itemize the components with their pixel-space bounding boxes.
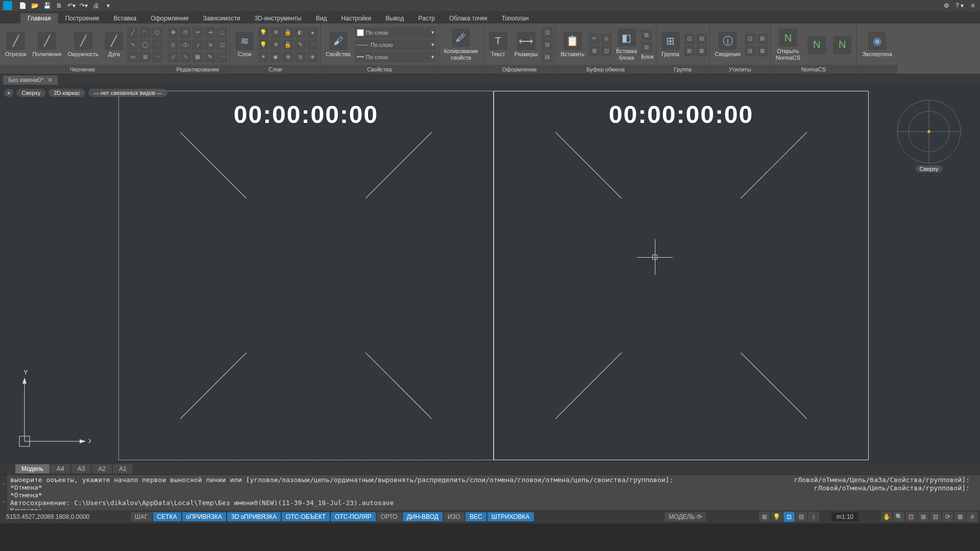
trim-icon[interactable]: ✂ xyxy=(192,27,203,38)
redo-icon[interactable]: ↷▾ xyxy=(80,2,88,10)
tool-icon[interactable]: ▭ xyxy=(127,52,138,63)
command-window[interactable]: ×▸ выоерите ооъекты, укажите начало перв… xyxy=(0,474,980,510)
layer-icon[interactable]: ❄ xyxy=(270,39,281,51)
text-button[interactable]: TТекст xyxy=(486,31,510,58)
undo-icon[interactable]: ↶▾ xyxy=(67,2,76,10)
app-logo-icon[interactable] xyxy=(3,1,12,10)
view-cube[interactable]: Сверху xyxy=(893,91,965,172)
layer-icon[interactable]: ☀ xyxy=(258,52,269,63)
cut-icon[interactable]: ✂ xyxy=(589,33,600,44)
normacs-open-button[interactable]: NОткрыть NormaCS xyxy=(773,28,803,61)
status-toggle[interactable]: ОТС-ОБЪЕКТ xyxy=(282,512,330,521)
open-icon[interactable]: 📂 xyxy=(31,2,39,10)
color-bylayer-dropdown[interactable]: По слою▾ xyxy=(355,27,436,38)
linetype-bylayer-dropdown[interactable]: ───По слою▾ xyxy=(355,39,436,51)
panel-title-group[interactable]: Группа xyxy=(656,65,709,74)
ribbon-tab[interactable]: Облака точек xyxy=(442,13,495,23)
panel-title-edit[interactable]: Редактирование xyxy=(165,65,230,74)
ribbon-tab[interactable]: Главная xyxy=(20,13,58,23)
ribbon-tab[interactable]: Настройки xyxy=(334,13,378,23)
view-top-chip[interactable]: Сверху xyxy=(16,89,45,97)
layer-icon[interactable]: ◉ xyxy=(270,52,281,63)
status-toggle[interactable]: ДИН-ВВОД xyxy=(403,512,443,521)
layer-icon[interactable]: ❄ xyxy=(270,27,281,38)
view-linked-chip[interactable]: — нет связанных видов — xyxy=(88,89,167,97)
draw-button[interactable]: ╱Окружность xyxy=(65,31,102,58)
draw-button[interactable]: ╱Отрезок xyxy=(2,31,29,58)
tool-icon[interactable]: ◯ xyxy=(139,39,151,51)
util-icon[interactable]: ⊞ xyxy=(757,33,768,44)
status-icon[interactable]: ⊡ xyxy=(783,512,795,522)
move-icon[interactable]: ✥ xyxy=(167,27,179,38)
panel-title-normacs[interactable]: NormaCS xyxy=(771,65,856,74)
status-icon[interactable]: ⊞ xyxy=(759,512,770,522)
layer-icon[interactable]: 🔒 xyxy=(282,27,293,38)
layer-icon[interactable]: 👁 xyxy=(307,52,318,63)
ribbon-tab[interactable]: Вид xyxy=(309,13,334,23)
layers-button[interactable]: ≋Слои xyxy=(232,31,257,58)
group-button[interactable]: ⊞Группа xyxy=(658,31,683,58)
status-icon[interactable]: 💡 xyxy=(771,512,782,522)
clip-icon[interactable]: ⊞ xyxy=(589,45,600,57)
status-toggle[interactable]: ШАГ xyxy=(131,512,152,521)
ribbon-tab[interactable]: Зависимости xyxy=(196,13,248,23)
ribbon-tab[interactable]: Вывод xyxy=(378,13,411,23)
settings-icon[interactable]: ⚙ xyxy=(942,2,950,10)
status-icon[interactable]: ⊟ xyxy=(796,512,807,522)
new-file-icon[interactable]: 📄 xyxy=(18,2,27,10)
status-icon[interactable]: ⊞ xyxy=(918,512,929,522)
block-tool-icon[interactable]: ⊟ xyxy=(641,41,652,53)
lineweight-bylayer-dropdown[interactable]: ━━По слою▾ xyxy=(355,52,436,63)
layer-icon[interactable]: 💡 xyxy=(258,39,269,51)
ribbon-tab[interactable]: 3D-инструменты xyxy=(247,13,308,23)
layer-icon[interactable]: ● xyxy=(307,27,318,38)
group-tool-icon[interactable]: ⊞ xyxy=(684,45,695,57)
tool-icon[interactable]: ◫ xyxy=(216,39,228,51)
zoom-icon[interactable]: 🔍 xyxy=(893,512,904,522)
status-toggle[interactable]: СЕТКА xyxy=(153,512,181,521)
status-icon[interactable]: ↕ xyxy=(808,512,819,522)
ribbon-tab[interactable]: Вставка xyxy=(107,13,144,23)
layer-icon[interactable]: 🔓 xyxy=(282,39,293,51)
panel-title-clip[interactable]: Буфер обмена xyxy=(555,65,655,74)
layer-icon[interactable]: ◐ xyxy=(295,27,306,38)
drawing-canvas[interactable]: + Сверху 2D-каркас — нет связанных видов… xyxy=(0,86,980,463)
annot-icon[interactable]: ▤ xyxy=(542,52,553,63)
tool-icon[interactable]: ⇲ xyxy=(204,39,215,51)
save-all-icon[interactable]: 🗎 xyxy=(55,2,63,10)
group-tool-icon[interactable]: ⊠ xyxy=(696,45,707,57)
insert-block-button[interactable]: ◧Вставка блока xyxy=(613,28,640,61)
layer-icon[interactable]: ⋯ xyxy=(307,39,318,51)
expertise-button[interactable]: ◉Экспертиза xyxy=(859,31,895,58)
mirror-icon[interactable]: ◁▷ xyxy=(180,39,191,51)
draw-button[interactable]: ╱Полилиния xyxy=(29,31,64,58)
status-toggle[interactable]: ОРТО xyxy=(377,512,402,521)
util-icon[interactable]: ⊡ xyxy=(745,33,756,44)
panel-title-copyprops[interactable] xyxy=(439,65,483,74)
panel-title-exp[interactable] xyxy=(857,65,897,74)
cmd-prompt[interactable]: Команда: xyxy=(10,507,977,510)
layout-tab[interactable]: A3 xyxy=(71,464,91,473)
tool-icon[interactable]: □ xyxy=(216,27,228,38)
view-style-chip[interactable]: 2D-каркас xyxy=(48,89,85,97)
panel-title-draw[interactable]: Черчение xyxy=(0,65,165,74)
util-icon[interactable]: ⊠ xyxy=(757,45,768,57)
tool-icon[interactable]: ⋯ xyxy=(152,52,163,63)
annot-icon[interactable]: ⊡ xyxy=(542,27,553,38)
match-properties-button[interactable]: 🖉Копирование свойств xyxy=(441,28,481,61)
tool-icon[interactable]: ∿ xyxy=(127,39,138,51)
tool-icon[interactable]: ⊞ xyxy=(139,52,151,63)
tool-icon[interactable]: ◠ xyxy=(139,27,151,38)
layer-icon[interactable]: 💡 xyxy=(258,27,269,38)
scale-icon[interactable]: ⤡ xyxy=(180,52,191,63)
ribbon-tab[interactable]: Топоплан xyxy=(495,13,536,23)
array-icon[interactable]: ▦ xyxy=(192,52,203,63)
copy-icon[interactable]: ⎘ xyxy=(167,39,179,51)
annot-icon[interactable]: ⊟ xyxy=(542,39,553,51)
menu-icon[interactable]: ≡ xyxy=(969,2,977,10)
dimension-button[interactable]: ⟷Размеры xyxy=(511,31,541,58)
properties-button[interactable]: 🖌Свойства xyxy=(323,31,353,58)
group-tool-icon[interactable]: ⊟ xyxy=(696,33,707,44)
stretch-icon[interactable]: ⤢ xyxy=(167,52,179,63)
pan-icon[interactable]: ✋ xyxy=(881,512,892,522)
